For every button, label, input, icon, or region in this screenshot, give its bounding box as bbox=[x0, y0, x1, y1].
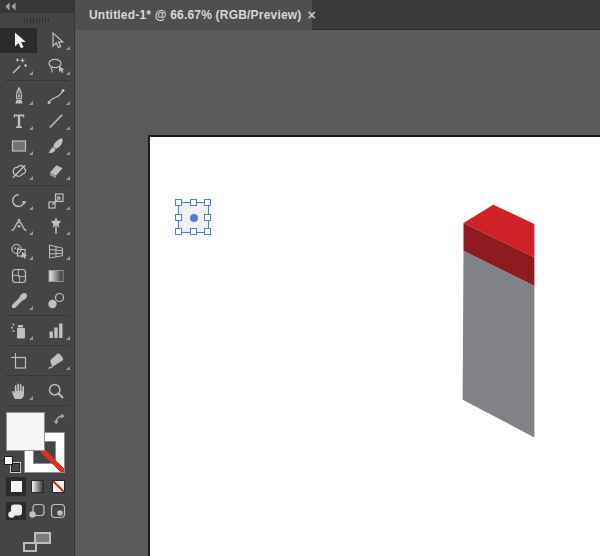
document-tab-bar: Untitled-1* @ 66.67% (RGB/Preview) × bbox=[75, 0, 600, 30]
gradient-tool-icon bbox=[46, 266, 66, 286]
column-graph-tool-icon bbox=[46, 321, 66, 341]
color-mode-buttons bbox=[0, 474, 74, 498]
selection-tool[interactable] bbox=[0, 28, 37, 53]
selection-handle[interactable] bbox=[204, 228, 211, 235]
zoom-tool-icon bbox=[46, 381, 66, 401]
red-gray-iso-shape[interactable] bbox=[75, 30, 600, 556]
type-tool[interactable] bbox=[0, 108, 37, 133]
tool-group-divider bbox=[5, 185, 69, 186]
selection-handle[interactable] bbox=[175, 228, 182, 235]
selection-tool-icon bbox=[9, 31, 29, 51]
curvature-tool[interactable] bbox=[37, 83, 74, 108]
eraser-tool[interactable] bbox=[37, 158, 74, 183]
shaper-tool-icon bbox=[9, 161, 29, 181]
draw-inside-icon bbox=[49, 503, 67, 519]
draw-behind-mode[interactable] bbox=[27, 502, 47, 520]
symbol-sprayer-tool[interactable] bbox=[0, 318, 37, 343]
artboard-tool-icon bbox=[9, 351, 29, 371]
fill-swatch[interactable] bbox=[6, 412, 45, 451]
change-screen-mode-icon[interactable] bbox=[23, 532, 51, 552]
gradient-button[interactable] bbox=[27, 477, 47, 496]
selection-handle[interactable] bbox=[175, 199, 182, 206]
color-button[interactable] bbox=[6, 477, 26, 496]
slice-tool[interactable] bbox=[37, 348, 74, 373]
color-chip-icon bbox=[10, 480, 23, 493]
zoom-tool[interactable] bbox=[37, 378, 74, 403]
selection-center-point[interactable] bbox=[190, 214, 198, 222]
direct-selection-tool-icon bbox=[46, 31, 66, 51]
panel-grip-dots bbox=[24, 18, 51, 23]
canvas-pasteboard[interactable] bbox=[75, 30, 600, 556]
magic-wand-tool[interactable] bbox=[0, 53, 37, 78]
symbol-sprayer-tool-icon bbox=[9, 321, 29, 341]
artboard-tool[interactable] bbox=[0, 348, 37, 373]
selection-handle[interactable] bbox=[204, 214, 211, 221]
gradient-chip-icon bbox=[31, 480, 44, 493]
lasso-tool[interactable] bbox=[37, 53, 74, 78]
workspace: Untitled-1* @ 66.67% (RGB/Preview) × bbox=[75, 0, 600, 556]
mesh-tool[interactable] bbox=[0, 263, 37, 288]
draw-inside-mode[interactable] bbox=[48, 502, 68, 520]
type-tool-icon bbox=[9, 111, 29, 131]
eyedropper-tool-icon bbox=[9, 291, 29, 311]
document-tab-title: Untitled-1* @ 66.67% (RGB/Preview) bbox=[89, 8, 302, 22]
slice-tool-icon bbox=[46, 351, 66, 371]
tools-panel bbox=[0, 0, 75, 556]
default-fill-stroke-icon[interactable] bbox=[4, 456, 20, 472]
shape-builder-tool[interactable] bbox=[0, 238, 37, 263]
hand-tool-icon bbox=[9, 381, 29, 401]
blend-tool-icon bbox=[46, 291, 66, 311]
selection-handle[interactable] bbox=[204, 199, 211, 206]
draw-behind-icon bbox=[28, 503, 46, 519]
width-tool[interactable] bbox=[0, 213, 37, 238]
shape-builder-tool-icon bbox=[9, 241, 29, 261]
width-tool-icon bbox=[9, 216, 29, 236]
pen-tool[interactable] bbox=[0, 83, 37, 108]
drawing-mode-buttons bbox=[0, 498, 74, 524]
paintbrush-tool[interactable] bbox=[37, 133, 74, 158]
puppet-warp-tool[interactable] bbox=[37, 213, 74, 238]
swap-fill-stroke-icon[interactable] bbox=[53, 412, 68, 431]
draw-normal-icon bbox=[7, 503, 25, 519]
magic-wand-tool-icon bbox=[9, 56, 29, 76]
tab-close-icon[interactable]: × bbox=[302, 8, 316, 22]
line-segment-tool[interactable] bbox=[37, 108, 74, 133]
lasso-tool-icon bbox=[46, 56, 66, 76]
rotate-tool-icon bbox=[9, 191, 29, 211]
draw-normal-mode[interactable] bbox=[6, 502, 26, 520]
perspective-grid-tool-icon bbox=[46, 241, 66, 261]
double-chevron-left-icon[interactable] bbox=[4, 2, 17, 11]
mesh-tool-icon bbox=[9, 266, 29, 286]
none-button[interactable] bbox=[48, 477, 68, 496]
paintbrush-tool-icon bbox=[46, 136, 66, 156]
pen-tool-icon bbox=[9, 86, 29, 106]
selection-bounding-box[interactable] bbox=[178, 202, 209, 233]
rotate-tool[interactable] bbox=[0, 188, 37, 213]
illustrator-window: Untitled-1* @ 66.67% (RGB/Preview) × bbox=[0, 0, 600, 556]
puppet-warp-tool-icon bbox=[46, 216, 66, 236]
scale-tool[interactable] bbox=[37, 188, 74, 213]
selection-handle[interactable] bbox=[175, 214, 182, 221]
shaper-tool[interactable] bbox=[0, 158, 37, 183]
eraser-tool-icon bbox=[46, 161, 66, 181]
fill-stroke-control bbox=[0, 410, 74, 474]
hand-tool[interactable] bbox=[0, 378, 37, 403]
document-tab[interactable]: Untitled-1* @ 66.67% (RGB/Preview) × bbox=[75, 0, 312, 30]
direct-selection-tool[interactable] bbox=[37, 28, 74, 53]
blend-tool[interactable] bbox=[37, 288, 74, 313]
selection-handle[interactable] bbox=[190, 199, 197, 206]
selection-handle[interactable] bbox=[190, 228, 197, 235]
panel-grip[interactable] bbox=[0, 13, 74, 28]
scale-tool-icon bbox=[46, 191, 66, 211]
tool-group-divider bbox=[5, 405, 69, 406]
curvature-tool-icon bbox=[46, 86, 66, 106]
tool-grid bbox=[0, 28, 74, 408]
tool-group-divider bbox=[5, 80, 69, 81]
line-segment-tool-icon bbox=[46, 111, 66, 131]
gradient-tool[interactable] bbox=[37, 263, 74, 288]
perspective-grid-tool[interactable] bbox=[37, 238, 74, 263]
column-graph-tool[interactable] bbox=[37, 318, 74, 343]
eyedropper-tool[interactable] bbox=[0, 288, 37, 313]
rectangle-tool[interactable] bbox=[0, 133, 37, 158]
panel-header bbox=[0, 0, 74, 13]
